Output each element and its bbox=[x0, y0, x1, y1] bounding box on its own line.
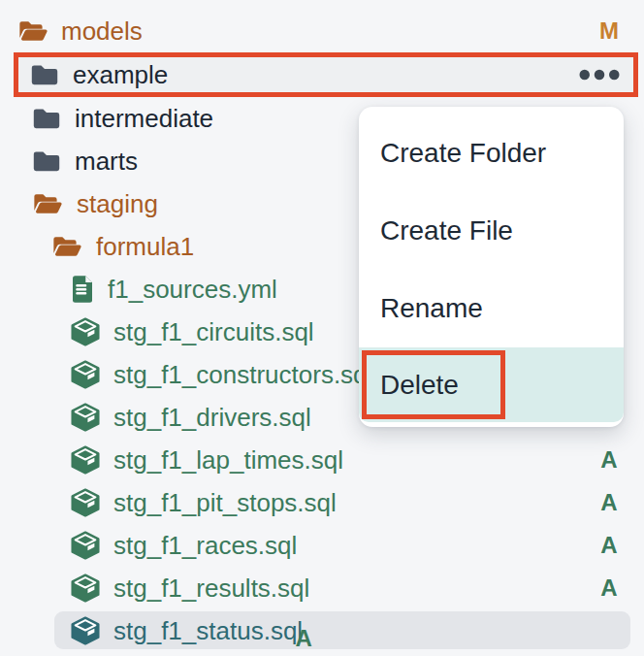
tree-row-stg-f1-lap-times[interactable]: stg_f1_lap_times.sql A bbox=[0, 439, 644, 481]
model-cube-icon bbox=[70, 574, 101, 603]
folder-open-icon bbox=[50, 235, 83, 258]
model-cube-icon bbox=[70, 403, 101, 432]
git-status-badge: A bbox=[597, 532, 621, 559]
folder-open-icon bbox=[17, 19, 48, 43]
tree-row-label: stg_f1_races.sql bbox=[113, 531, 297, 561]
model-cube-icon bbox=[70, 488, 101, 517]
tree-row-label: stg_f1_constructors.sql bbox=[113, 360, 372, 390]
tree-row-stg-f1-races[interactable]: stg_f1_races.sql A bbox=[0, 524, 644, 567]
tree-row-models[interactable]: models M bbox=[0, 10, 644, 52]
tree-row-label: stg_f1_circuits.sql bbox=[113, 317, 314, 347]
folder-closed-icon bbox=[31, 107, 62, 130]
folder-closed-icon bbox=[31, 149, 62, 173]
tree-row-label: f1_sources.yml bbox=[108, 275, 277, 305]
tree-row-label: staging bbox=[77, 189, 158, 219]
menu-item-label: Delete bbox=[380, 370, 459, 401]
model-cube-icon bbox=[70, 445, 101, 475]
tree-row-stg-f1-results[interactable]: stg_f1_results.sql A bbox=[0, 567, 644, 609]
context-menu: Create Folder Create File Rename Delete bbox=[359, 107, 624, 427]
git-status-badge: A bbox=[597, 489, 621, 516]
git-status-badge: A bbox=[597, 446, 621, 474]
file-doc-icon bbox=[70, 275, 95, 304]
menu-item-create-folder[interactable]: Create Folder bbox=[359, 115, 624, 192]
tree-row-label: formula1 bbox=[96, 232, 194, 262]
model-cube-icon bbox=[70, 531, 101, 560]
tree-row-label: stg_f1_status.sql bbox=[113, 616, 303, 646]
folder-open-icon bbox=[31, 192, 64, 215]
model-cube-icon bbox=[70, 317, 101, 346]
tree-row-label: stg_f1_pit_stops.sql bbox=[113, 488, 337, 518]
tree-row-label: example bbox=[73, 60, 168, 90]
git-status-badge: A bbox=[292, 625, 315, 652]
folder-closed-icon bbox=[29, 63, 60, 86]
delete-highlight-frame: Delete bbox=[362, 350, 505, 419]
git-status-badge: M bbox=[597, 17, 621, 45]
tree-row-label: intermediate bbox=[75, 104, 213, 134]
menu-item-delete[interactable]: Delete bbox=[359, 347, 624, 422]
tree-row-label: stg_f1_drivers.sql bbox=[113, 403, 311, 433]
git-status-badge: A bbox=[597, 574, 621, 602]
row-actions-menu-icon[interactable] bbox=[579, 69, 620, 81]
tree-row-example[interactable]: example bbox=[14, 52, 638, 97]
tree-row-label: stg_f1_lap_times.sql bbox=[113, 445, 343, 476]
tree-row-stg-f1-status[interactable]: stg_f1_status.sql A bbox=[0, 609, 644, 652]
menu-item-rename[interactable]: Rename bbox=[359, 270, 624, 347]
tree-row-stg-f1-pit-stops[interactable]: stg_f1_pit_stops.sql A bbox=[0, 481, 644, 524]
tree-row-label: stg_f1_results.sql bbox=[113, 574, 309, 604]
tree-row-label: models bbox=[61, 16, 143, 47]
file-explorer-panel: models M example inte bbox=[0, 0, 644, 656]
model-cube-icon bbox=[70, 616, 101, 645]
model-cube-icon bbox=[70, 360, 101, 389]
tree-row-label: marts bbox=[75, 147, 138, 177]
menu-item-create-file[interactable]: Create File bbox=[359, 192, 624, 270]
